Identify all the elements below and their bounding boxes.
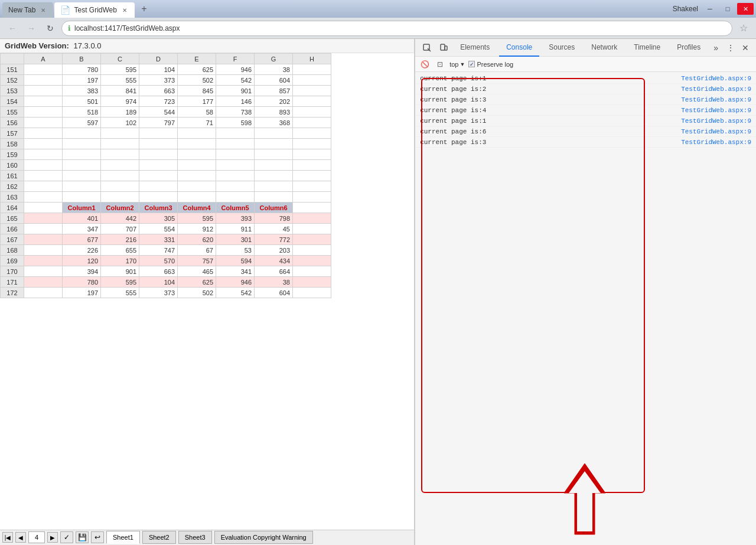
forward-button[interactable]: → bbox=[24, 21, 39, 36]
table-cell[interactable]: 203 bbox=[255, 245, 293, 256]
table-cell[interactable]: 901 bbox=[216, 86, 255, 96]
sheet-tab-2[interactable]: Sheet2 bbox=[142, 531, 176, 544]
table-cell[interactable] bbox=[216, 128, 255, 139]
table-cell[interactable] bbox=[139, 192, 178, 203]
table-cell[interactable] bbox=[293, 224, 331, 234]
table-cell[interactable]: 502 bbox=[178, 75, 216, 86]
console-line[interactable]: current page is:3TestGridWeb.aspx:9 bbox=[415, 137, 756, 148]
table-cell[interactable]: 177 bbox=[178, 96, 216, 107]
table-cell[interactable]: 570 bbox=[139, 256, 178, 266]
col-header-c[interactable]: C bbox=[101, 54, 139, 64]
table-cell[interactable]: 71 bbox=[178, 118, 216, 128]
table-cell[interactable] bbox=[178, 160, 216, 171]
table-cell[interactable]: 45 bbox=[255, 224, 293, 234]
table-cell[interactable] bbox=[216, 160, 255, 171]
table-cell[interactable]: 841 bbox=[101, 86, 139, 96]
table-cell[interactable]: Column4 bbox=[178, 203, 216, 213]
table-cell[interactable]: Column3 bbox=[139, 203, 178, 213]
table-cell[interactable]: 53 bbox=[216, 245, 255, 256]
console-source-link[interactable]: TestGridWeb.aspx:9 bbox=[681, 128, 751, 135]
devtools-more-button[interactable]: » bbox=[710, 43, 722, 53]
close-button[interactable]: ✕ bbox=[737, 3, 754, 15]
inspect-element-button[interactable] bbox=[420, 41, 434, 55]
table-cell[interactable]: 707 bbox=[101, 224, 139, 234]
table-cell[interactable]: 757 bbox=[178, 256, 216, 266]
table-cell[interactable] bbox=[293, 256, 331, 266]
table-cell[interactable]: 857 bbox=[255, 86, 293, 96]
table-cell[interactable]: 664 bbox=[255, 266, 293, 277]
table-cell[interactable]: 595 bbox=[178, 213, 216, 224]
table-cell[interactable] bbox=[293, 118, 331, 128]
table-cell[interactable]: 946 bbox=[216, 277, 255, 288]
table-cell[interactable] bbox=[24, 203, 63, 213]
preserve-log-toggle[interactable]: ✓ Preserve log bbox=[468, 61, 513, 68]
filter-level-dropdown[interactable]: top ▼ bbox=[449, 61, 465, 68]
table-cell[interactable]: Column1 bbox=[63, 203, 101, 213]
device-mode-button[interactable] bbox=[436, 41, 451, 55]
devtools-settings-button[interactable]: ⋮ bbox=[724, 43, 737, 53]
devtools-tab-elements[interactable]: Elements bbox=[453, 39, 497, 57]
table-cell[interactable] bbox=[24, 234, 63, 245]
address-bar[interactable]: ℹ localhost:1417/TestGridWeb.aspx bbox=[61, 21, 732, 36]
page-number-input[interactable] bbox=[28, 531, 45, 543]
table-cell[interactable] bbox=[139, 128, 178, 139]
table-cell[interactable]: 974 bbox=[101, 96, 139, 107]
table-cell[interactable]: 146 bbox=[216, 96, 255, 107]
table-cell[interactable]: 655 bbox=[101, 245, 139, 256]
table-cell[interactable] bbox=[293, 192, 331, 203]
table-cell[interactable] bbox=[293, 139, 331, 149]
table-cell[interactable]: 226 bbox=[63, 245, 101, 256]
table-cell[interactable]: 341 bbox=[216, 266, 255, 277]
table-cell[interactable] bbox=[101, 171, 139, 181]
table-cell[interactable] bbox=[101, 128, 139, 139]
table-cell[interactable] bbox=[24, 266, 63, 277]
table-cell[interactable]: 383 bbox=[63, 86, 101, 96]
table-cell[interactable]: 597 bbox=[63, 118, 101, 128]
table-cell[interactable]: 594 bbox=[216, 256, 255, 266]
table-cell[interactable]: 663 bbox=[139, 86, 178, 96]
table-cell[interactable] bbox=[293, 277, 331, 288]
table-cell[interactable]: 120 bbox=[63, 256, 101, 266]
devtools-close-button[interactable]: ✕ bbox=[739, 43, 751, 53]
table-cell[interactable]: Column6 bbox=[255, 203, 293, 213]
table-cell[interactable]: 912 bbox=[178, 224, 216, 234]
table-cell[interactable]: 434 bbox=[255, 256, 293, 266]
table-cell[interactable] bbox=[24, 64, 63, 75]
bookmark-button[interactable]: ☆ bbox=[736, 21, 751, 36]
col-header-b[interactable]: B bbox=[63, 54, 101, 64]
table-cell[interactable] bbox=[139, 171, 178, 181]
table-cell[interactable] bbox=[293, 128, 331, 139]
table-cell[interactable]: 620 bbox=[178, 234, 216, 245]
table-cell[interactable] bbox=[178, 139, 216, 149]
table-cell[interactable] bbox=[63, 149, 101, 160]
spreadsheet-scroll[interactable]: A B C D E F G H 151780595104625946381521… bbox=[0, 53, 414, 530]
table-cell[interactable] bbox=[63, 171, 101, 181]
table-cell[interactable] bbox=[24, 118, 63, 128]
table-cell[interactable]: 780 bbox=[63, 64, 101, 75]
table-cell[interactable]: 102 bbox=[101, 118, 139, 128]
table-cell[interactable]: 747 bbox=[139, 245, 178, 256]
table-cell[interactable] bbox=[24, 139, 63, 149]
clear-console-button[interactable]: 🚫 bbox=[419, 58, 431, 70]
table-cell[interactable] bbox=[293, 86, 331, 96]
table-cell[interactable]: 394 bbox=[63, 266, 101, 277]
eval-warning-tab[interactable]: Evaluation Copyright Warning bbox=[214, 531, 313, 544]
table-cell[interactable]: 663 bbox=[139, 266, 178, 277]
table-cell[interactable]: 189 bbox=[101, 107, 139, 118]
col-header-g[interactable]: G bbox=[255, 54, 293, 64]
table-cell[interactable] bbox=[293, 245, 331, 256]
table-cell[interactable] bbox=[216, 171, 255, 181]
table-cell[interactable]: 373 bbox=[139, 288, 178, 298]
console-source-link[interactable]: TestGridWeb.aspx:9 bbox=[681, 96, 751, 103]
table-cell[interactable] bbox=[255, 192, 293, 203]
tab-test-gridweb[interactable]: 📄 Test GridWeb ✕ bbox=[54, 2, 134, 18]
back-button[interactable]: ← bbox=[5, 21, 20, 36]
table-cell[interactable] bbox=[178, 149, 216, 160]
table-cell[interactable] bbox=[101, 149, 139, 160]
table-cell[interactable]: Column5 bbox=[216, 203, 255, 213]
table-cell[interactable] bbox=[293, 149, 331, 160]
first-page-button[interactable]: |◀ bbox=[2, 532, 13, 543]
refresh-button[interactable]: ↻ bbox=[43, 21, 58, 36]
table-cell[interactable]: 893 bbox=[255, 107, 293, 118]
table-cell[interactable] bbox=[178, 171, 216, 181]
